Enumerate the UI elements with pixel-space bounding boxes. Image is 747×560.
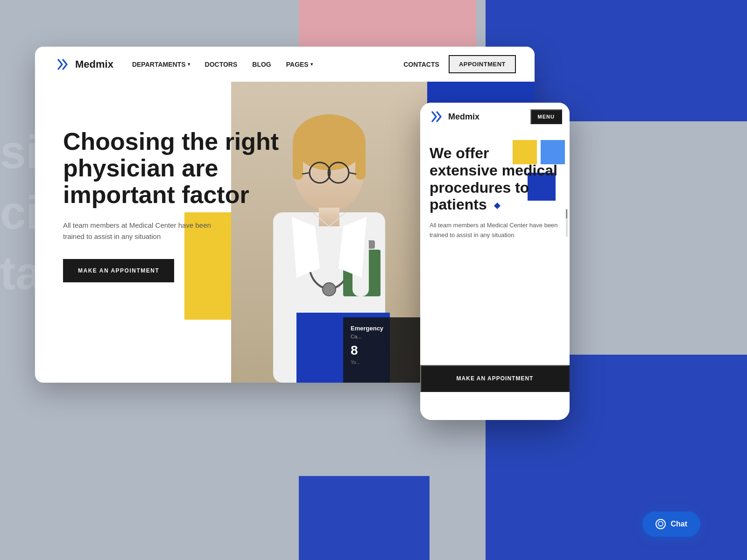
hero-content: Choosing the right physician are importa… (63, 128, 287, 282)
mobile-hero-content: We offer extensive medical procedures to… (420, 131, 570, 261)
mobile-logo-text: Medmix (448, 112, 479, 122)
svg-rect-11 (319, 208, 339, 226)
nav-pages[interactable]: PAGES ▾ (286, 61, 313, 68)
nav-doctors[interactable]: DOCTORS (205, 61, 238, 68)
mobile-nav: Medmix MENU (420, 103, 570, 131)
hero-subtitle: All team members at Medical Center have … (63, 220, 231, 242)
hero-title: Choosing the right physician are importa… (63, 128, 287, 209)
hero-cta-button[interactable]: MAKE AN APPOINTMENT (63, 259, 174, 282)
desktop-logo[interactable]: Medmix (54, 56, 113, 73)
chevron-down-icon-2: ▾ (310, 62, 313, 67)
nav-blog[interactable]: BLOG (252, 61, 271, 68)
svg-point-12 (323, 283, 336, 296)
emergency-title: Emergency (351, 325, 420, 332)
nav-appointment-button[interactable]: APPOINTMENT (449, 55, 516, 73)
chevron-down-icon: ▾ (188, 62, 190, 67)
logo-icon (54, 56, 70, 73)
chat-button[interactable]: Chat (642, 511, 700, 537)
diamond-icon (494, 203, 500, 209)
chat-label: Chat (670, 520, 687, 528)
mobile-logo[interactable]: Medmix (428, 108, 530, 125)
desktop-logo-text: Medmix (75, 58, 113, 70)
nav-departaments[interactable]: DEPARTAMENTS ▾ (132, 61, 190, 68)
mobile-hero-title: We offer extensive medical procedures to… (430, 145, 560, 213)
emergency-number: 8 (351, 343, 420, 358)
svg-rect-5 (355, 142, 366, 180)
mobile-mockup: Medmix MENU We offer extensive medical p… (420, 103, 570, 420)
mobile-hero: We offer extensive medical procedures to… (420, 131, 570, 392)
nav-contacts[interactable]: CONTACTS (403, 61, 439, 68)
mobile-logo-icon (428, 108, 444, 125)
emergency-subtitle: Ca... (351, 334, 420, 339)
mobile-menu-button[interactable]: MENU (530, 109, 562, 124)
emergency-footer: Yo... (351, 360, 420, 365)
desktop-nav: Medmix DEPARTAMENTS ▾ DOCTORS BLOG PAGES… (35, 47, 535, 82)
bg-decoration-blue-bottom (299, 476, 430, 560)
svg-rect-4 (293, 142, 303, 180)
emergency-card: Emergency Ca... 8 Yo... (343, 317, 427, 383)
mobile-cta-button[interactable]: MAKE AN APPOINTMENT (420, 365, 570, 392)
desktop-nav-links: DEPARTAMENTS ▾ DOCTORS BLOG PAGES ▾ (132, 61, 313, 68)
chat-bubble-icon (655, 519, 666, 529)
mobile-hero-subtitle: All team members at Medical Center have … (430, 221, 560, 240)
svg-point-3 (293, 114, 366, 170)
